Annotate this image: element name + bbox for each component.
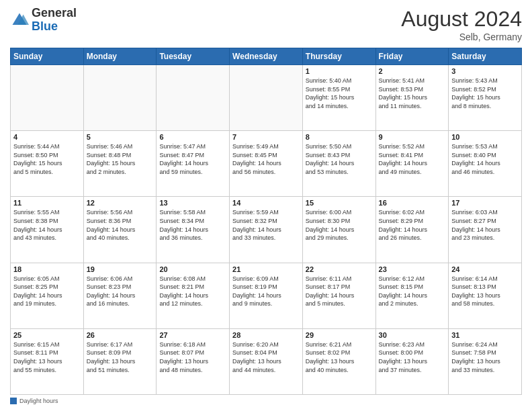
table-row: 1Sunrise: 5:40 AM Sunset: 8:55 PM Daylig… [302, 65, 375, 131]
table-row: 30Sunrise: 6:23 AM Sunset: 8:00 PM Dayli… [375, 328, 449, 394]
day-info: Sunrise: 6:03 AM Sunset: 8:27 PM Dayligh… [451, 208, 519, 242]
day-number: 8 [306, 133, 373, 141]
day-number: 10 [451, 133, 519, 141]
day-info: Sunrise: 6:15 AM Sunset: 8:11 PM Dayligh… [13, 340, 81, 374]
day-number: 15 [306, 199, 373, 207]
table-row: 12Sunrise: 5:56 AM Sunset: 8:36 PM Dayli… [83, 197, 157, 263]
day-info: Sunrise: 6:18 AM Sunset: 8:07 PM Dayligh… [159, 340, 226, 374]
day-info: Sunrise: 6:23 AM Sunset: 8:00 PM Dayligh… [379, 340, 446, 374]
day-info: Sunrise: 6:09 AM Sunset: 8:19 PM Dayligh… [232, 275, 300, 308]
day-number: 14 [232, 199, 300, 207]
title-block: August 2024 Selb, Germany [401, 7, 522, 42]
table-row [230, 65, 303, 131]
col-thursday: Thursday [302, 48, 375, 65]
table-row: 8Sunrise: 5:50 AM Sunset: 8:43 PM Daylig… [302, 131, 375, 197]
day-number: 3 [451, 67, 519, 75]
table-row: 10Sunrise: 5:53 AM Sunset: 8:40 PM Dayli… [449, 131, 522, 197]
day-info: Sunrise: 5:40 AM Sunset: 8:55 PM Dayligh… [306, 77, 373, 110]
day-info: Sunrise: 6:14 AM Sunset: 8:13 PM Dayligh… [451, 275, 519, 308]
day-info: Sunrise: 5:49 AM Sunset: 8:45 PM Dayligh… [232, 142, 300, 176]
day-number: 4 [13, 133, 81, 141]
day-info: Sunrise: 5:59 AM Sunset: 8:32 PM Dayligh… [232, 208, 300, 242]
col-saturday: Saturday [449, 48, 522, 65]
table-row: 11Sunrise: 5:55 AM Sunset: 8:38 PM Dayli… [11, 197, 84, 263]
day-number: 30 [379, 331, 446, 339]
day-info: Sunrise: 6:12 AM Sunset: 8:15 PM Dayligh… [379, 275, 446, 308]
calendar-table: Sunday Monday Tuesday Wednesday Thursday… [10, 48, 522, 395]
day-info: Sunrise: 6:08 AM Sunset: 8:21 PM Dayligh… [159, 275, 226, 308]
day-number: 2 [379, 67, 446, 75]
day-info: Sunrise: 5:55 AM Sunset: 8:38 PM Dayligh… [13, 208, 81, 242]
day-number: 27 [159, 331, 226, 339]
table-row: 16Sunrise: 6:02 AM Sunset: 8:29 PM Dayli… [375, 197, 449, 263]
table-row: 27Sunrise: 6:18 AM Sunset: 8:07 PM Dayli… [157, 328, 230, 394]
logo: General Blue [10, 7, 77, 34]
day-info: Sunrise: 5:41 AM Sunset: 8:53 PM Dayligh… [379, 77, 446, 110]
day-number: 9 [379, 133, 446, 141]
day-number: 1 [306, 67, 373, 75]
table-row: 17Sunrise: 6:03 AM Sunset: 8:27 PM Dayli… [449, 197, 522, 263]
day-info: Sunrise: 5:52 AM Sunset: 8:41 PM Dayligh… [379, 142, 446, 176]
table-row [83, 65, 157, 131]
day-number: 6 [159, 133, 226, 141]
day-number: 7 [232, 133, 300, 141]
calendar-header-row: Sunday Monday Tuesday Wednesday Thursday… [11, 48, 522, 65]
day-number: 17 [451, 199, 519, 207]
calendar-week-row: 18Sunrise: 6:05 AM Sunset: 8:25 PM Dayli… [11, 263, 522, 328]
table-row: 7Sunrise: 5:49 AM Sunset: 8:45 PM Daylig… [230, 131, 303, 197]
logo-general-text: General [32, 6, 77, 19]
day-info: Sunrise: 5:53 AM Sunset: 8:40 PM Dayligh… [451, 142, 519, 176]
table-row: 15Sunrise: 6:00 AM Sunset: 8:30 PM Dayli… [302, 197, 375, 263]
day-number: 18 [13, 265, 81, 273]
calendar-week-row: 11Sunrise: 5:55 AM Sunset: 8:38 PM Dayli… [11, 197, 522, 263]
day-number: 22 [306, 265, 373, 273]
footer: Daylight hours [10, 398, 522, 404]
table-row: 18Sunrise: 6:05 AM Sunset: 8:25 PM Dayli… [11, 263, 84, 328]
table-row: 5Sunrise: 5:46 AM Sunset: 8:48 PM Daylig… [83, 131, 157, 197]
day-info: Sunrise: 6:21 AM Sunset: 8:02 PM Dayligh… [306, 340, 373, 374]
day-number: 21 [232, 265, 300, 273]
day-info: Sunrise: 6:24 AM Sunset: 7:58 PM Dayligh… [451, 340, 519, 374]
calendar-week-row: 25Sunrise: 6:15 AM Sunset: 8:11 PM Dayli… [11, 328, 522, 394]
day-info: Sunrise: 5:58 AM Sunset: 8:34 PM Dayligh… [159, 208, 226, 242]
day-number: 5 [87, 133, 154, 141]
day-number: 23 [379, 265, 446, 273]
logo-blue-text: Blue [32, 19, 58, 33]
table-row: 28Sunrise: 6:20 AM Sunset: 8:04 PM Dayli… [230, 328, 303, 394]
footer-label: Daylight hours [19, 398, 58, 404]
day-info: Sunrise: 6:11 AM Sunset: 8:17 PM Dayligh… [306, 275, 373, 308]
footer-dot-icon [10, 398, 17, 404]
table-row: 31Sunrise: 6:24 AM Sunset: 7:58 PM Dayli… [449, 328, 522, 394]
table-row: 25Sunrise: 6:15 AM Sunset: 8:11 PM Dayli… [11, 328, 84, 394]
day-number: 11 [13, 199, 81, 207]
day-number: 19 [87, 265, 154, 273]
calendar-week-row: 4Sunrise: 5:44 AM Sunset: 8:50 PM Daylig… [11, 131, 522, 197]
table-row: 9Sunrise: 5:52 AM Sunset: 8:41 PM Daylig… [375, 131, 449, 197]
day-info: Sunrise: 5:46 AM Sunset: 8:48 PM Dayligh… [87, 142, 154, 176]
table-row: 26Sunrise: 6:17 AM Sunset: 8:09 PM Dayli… [83, 328, 157, 394]
table-row: 14Sunrise: 5:59 AM Sunset: 8:32 PM Dayli… [230, 197, 303, 263]
calendar-week-row: 1Sunrise: 5:40 AM Sunset: 8:55 PM Daylig… [11, 65, 522, 131]
day-number: 28 [232, 331, 300, 339]
day-number: 13 [159, 199, 226, 207]
day-number: 25 [13, 331, 81, 339]
table-row: 19Sunrise: 6:06 AM Sunset: 8:23 PM Dayli… [83, 263, 157, 328]
header: General Blue August 2024 Selb, Germany [10, 7, 522, 42]
day-number: 12 [87, 199, 154, 207]
day-number: 29 [306, 331, 373, 339]
day-number: 31 [451, 331, 519, 339]
table-row: 21Sunrise: 6:09 AM Sunset: 8:19 PM Dayli… [230, 263, 303, 328]
col-friday: Friday [375, 48, 449, 65]
day-info: Sunrise: 5:56 AM Sunset: 8:36 PM Dayligh… [87, 208, 154, 242]
day-info: Sunrise: 6:02 AM Sunset: 8:29 PM Dayligh… [379, 208, 446, 242]
day-info: Sunrise: 5:47 AM Sunset: 8:47 PM Dayligh… [159, 142, 226, 176]
col-wednesday: Wednesday [230, 48, 303, 65]
day-info: Sunrise: 5:50 AM Sunset: 8:43 PM Dayligh… [306, 142, 373, 176]
location: Selb, Germany [401, 32, 522, 42]
calendar-page: General Blue August 2024 Selb, Germany S… [0, 0, 532, 411]
col-monday: Monday [83, 48, 157, 65]
table-row: 3Sunrise: 5:43 AM Sunset: 8:52 PM Daylig… [449, 65, 522, 131]
col-sunday: Sunday [11, 48, 84, 65]
table-row: 6Sunrise: 5:47 AM Sunset: 8:47 PM Daylig… [157, 131, 230, 197]
month-title: August 2024 [401, 7, 522, 32]
